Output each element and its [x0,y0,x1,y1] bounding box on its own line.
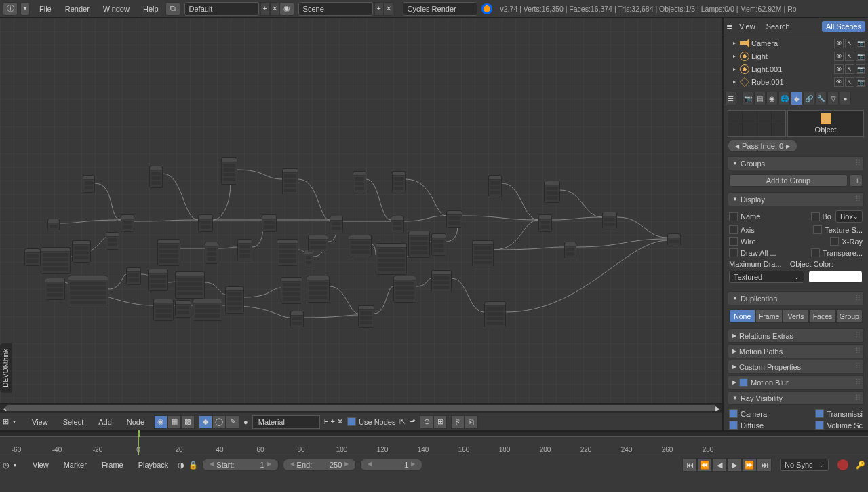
shader-node[interactable] [198,214,213,232]
lock-range-icon[interactable]: 🔒 [189,461,198,470]
tl-menu-frame[interactable]: Frame [96,461,129,469]
restrict-select-icon[interactable]: ↖ [845,77,854,87]
devonthink-tab[interactable]: DEVONthink [0,343,12,393]
restrict-select-icon[interactable]: ↖ [845,39,854,48]
shader-node[interactable] [358,305,374,328]
display-name-check[interactable]: Name [729,212,760,221]
shader-node[interactable] [488,175,502,197]
shader-node[interactable] [193,299,222,321]
shader-node[interactable] [472,240,494,267]
panel-relations-extras-header[interactable]: ▶Relations Extras⠿ [728,328,864,343]
material-fake-user-icon[interactable]: F [324,417,329,425]
panel-groups-header[interactable]: ▼Groups⠿ [728,156,864,170]
tl-menu-playback[interactable]: Playback [133,461,174,469]
tl-menu-marker[interactable]: Marker [58,461,92,469]
shader-node[interactable] [157,239,180,266]
pin-icon[interactable]: ⇱ [399,417,406,426]
shader-node[interactable] [106,232,119,250]
current-frame-field[interactable]: ◀1▶ [360,459,422,471]
world-shader-icon[interactable]: ◯ [212,415,226,429]
timeline-ruler[interactable]: -60-40-200204060801001201401601802002202… [0,437,868,456]
shader-node[interactable] [290,311,304,328]
panel-motion-blur-header[interactable]: ▶Motion Blur⠿ [728,375,864,390]
display-texture-space-check[interactable]: Texture S... [813,225,863,234]
display-transparent-check[interactable]: Transpare... [811,248,863,257]
shader-node[interactable] [376,243,407,275]
render-engine-dropdown[interactable]: Cycles Render [403,2,477,16]
shader-node[interactable] [68,276,108,307]
panel-duplication-header[interactable]: ▼Duplication⠿ [728,291,864,305]
tl-menu-view[interactable]: View [27,461,54,469]
render-layers-tab-icon[interactable]: ▤ [754,92,766,105]
dupli-frame-button[interactable]: Frame [755,309,782,323]
copy-nodes-icon[interactable]: ⎘ [451,415,465,429]
compositor-tree-icon[interactable]: ▦ [167,415,181,429]
shader-node[interactable] [349,235,372,257]
object-context[interactable]: Object [787,110,864,137]
outliner-editor-icon[interactable]: ≣ [726,22,732,31]
scene-icon[interactable]: ◉ [279,2,294,16]
expand-menus-icon[interactable]: ▾ [20,2,30,16]
shader-node[interactable] [83,175,95,193]
panel-ray-visibility-header[interactable]: ▼Ray Visibility⠿ [728,391,864,405]
node-editor[interactable]: DEVONthink Material ◀ ▶ ⊞ ▾ View Select … [0,18,723,430]
shader-node[interactable] [431,270,452,292]
node-editor-hscrollbar[interactable]: ◀ ▶ [0,403,722,413]
render-tab-icon[interactable]: 📷 [742,92,753,105]
material-dropdown[interactable]: Material [252,415,320,429]
material-slot-icon[interactable]: ● [243,418,248,426]
context-path-preview[interactable] [728,110,786,137]
menu-window[interactable]: Window [96,5,136,13]
layout-add-icon[interactable]: + [260,2,270,16]
shader-node[interactable] [391,216,404,233]
shader-node[interactable] [281,277,302,304]
layout-delete-icon[interactable]: ✕ [270,2,279,16]
restrict-render-icon[interactable]: 📷 [856,64,865,74]
menu-render[interactable]: Render [58,5,96,13]
end-frame-field[interactable]: ◀End:250▶ [283,459,357,471]
use-nodes-toggle[interactable]: Use Nodes [347,417,395,426]
sync-mode-dropdown[interactable]: No Sync [780,459,829,471]
shader-node[interactable] [148,269,168,291]
shader-node[interactable] [175,271,205,299]
shader-node[interactable] [175,300,191,318]
menu-file[interactable]: File [33,5,58,13]
shader-node[interactable] [45,278,65,300]
shader-node[interactable] [237,239,252,261]
restrict-select-icon[interactable]: ↖ [845,64,854,74]
scrollbar-thumb[interactable] [5,405,717,411]
range-icon[interactable]: ◑ [178,461,184,470]
jump-start-icon[interactable]: ⏮ [682,458,697,472]
restrict-select-icon[interactable]: ↖ [845,52,854,61]
scene-add-icon[interactable]: + [374,2,384,16]
shader-node[interactable] [282,168,298,195]
shader-node[interactable] [330,216,343,233]
shader-tree-icon[interactable]: ◉ [154,415,167,429]
constraints-tab-icon[interactable]: 🔗 [803,92,814,105]
shader-node[interactable] [667,233,681,246]
display-axis-check[interactable]: Axis [729,225,755,234]
go-parent-icon[interactable]: ⬏ [410,417,416,426]
snap-icon[interactable]: ⊙ [420,415,433,429]
display-draw-all-edges-check[interactable]: Draw All ... [729,248,776,257]
shader-node[interactable] [393,276,416,303]
keyframe-next-icon[interactable]: ⏩ [742,458,757,472]
start-frame-field[interactable]: ◀Start:1▶ [202,459,278,471]
dupli-group-button[interactable]: Group [836,309,863,323]
keying-set-icon[interactable]: 🔑 [856,461,865,470]
shader-node[interactable] [392,171,406,193]
editor-type-nodes-icon[interactable]: ⊞ [3,417,9,426]
shader-node[interactable] [408,231,430,258]
shader-node[interactable] [353,171,366,193]
object-color-swatch[interactable] [808,271,863,283]
linestyle-shader-icon[interactable]: ✎ [226,415,239,429]
dupli-verts-button[interactable]: Verts [783,309,809,323]
menu-help[interactable]: Help [136,5,165,13]
motion-blur-check-icon[interactable] [739,378,748,387]
properties-editor-icon[interactable]: ☰ [725,92,736,105]
disclosure-icon[interactable]: ▸ [733,40,740,46]
shader-node[interactable] [538,214,552,232]
shader-node[interactable] [47,219,60,231]
ray-volume-scatter-check[interactable]: Volume Sc [815,421,863,430]
max-draw-type-dropdown[interactable]: Textured [729,271,804,283]
